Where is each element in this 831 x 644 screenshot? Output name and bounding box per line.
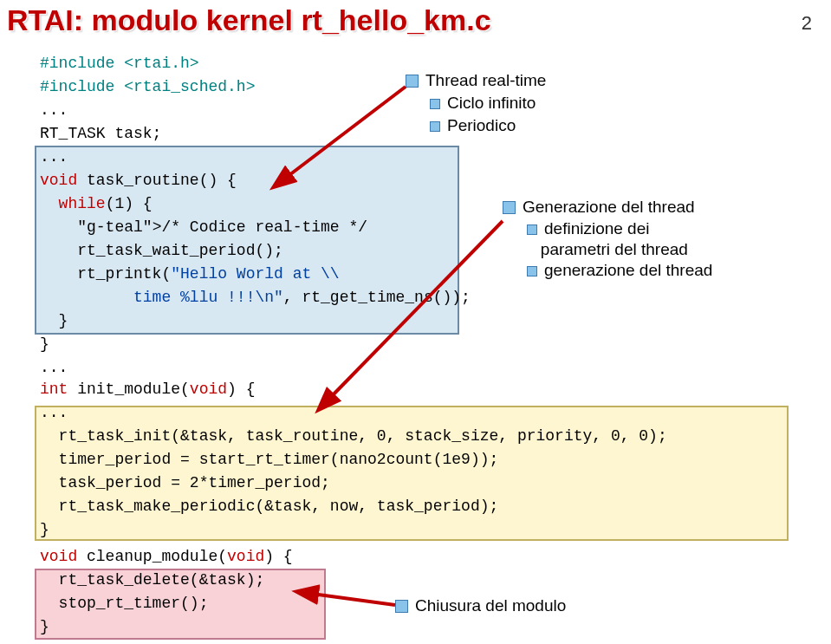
page-number: 2 bbox=[802, 12, 812, 35]
slide-title: RTAI: modulo kernel rt_hello_km.c bbox=[7, 3, 491, 37]
bullet-icon bbox=[395, 600, 408, 613]
bullets-thread-realtime: Thread real-time Ciclo infinito Periodic… bbox=[406, 69, 546, 137]
bullet-icon bbox=[430, 121, 440, 132]
bullet-text: Thread real-time bbox=[425, 71, 546, 89]
bullet-text: generazione del thread bbox=[544, 261, 712, 279]
bullet-text: Periodico bbox=[447, 116, 516, 134]
code-block-2: int init_module(void) { ... rt_task_init… bbox=[40, 378, 667, 542]
bullet-icon bbox=[406, 75, 419, 88]
code-block-3: void cleanup_module(void) { rt_task_dele… bbox=[40, 545, 293, 639]
bullet-icon bbox=[527, 266, 537, 276]
bullet-text: Ciclo infinito bbox=[447, 94, 536, 112]
bullets-generazione: Generazione del thread definizione dei p… bbox=[503, 196, 712, 281]
bullet-icon bbox=[527, 224, 537, 235]
bullet-text: definizione dei parametri del thread bbox=[527, 219, 688, 258]
bullets-chiusura: Chiusura del modulo bbox=[395, 595, 566, 617]
bullet-text: Generazione del thread bbox=[523, 198, 695, 216]
bullet-text: Chiusura del modulo bbox=[415, 596, 566, 615]
bullet-icon bbox=[430, 99, 440, 109]
bullet-icon bbox=[503, 201, 516, 214]
